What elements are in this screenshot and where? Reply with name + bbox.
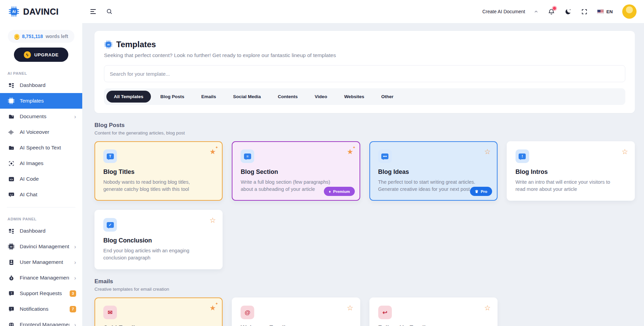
us-flag-icon (597, 10, 604, 14)
template-card-blog-ideas[interactable]: ••• ☆ Blog Ideas The perfect tool to sta… (369, 141, 498, 201)
chat-bubble-dots-icon: ••• (378, 149, 392, 163)
template-category-tabs: All Templates Blog Posts Emails Social M… (104, 88, 625, 105)
code-icon: <> (7, 175, 15, 183)
gem-icon: ♦ (329, 189, 331, 194)
chat-bubble-lines-icon: ≡ (241, 149, 254, 163)
svg-text:AI: AI (10, 246, 13, 248)
search-icon[interactable] (106, 8, 113, 15)
notifications-bell-icon[interactable] (548, 8, 555, 15)
dark-mode-toggle-icon[interactable] (564, 8, 572, 15)
user-avatar[interactable] (622, 4, 637, 19)
favorite-star-icon[interactable]: ☆ (209, 217, 216, 224)
favorite-star-icon[interactable]: ★✦ (347, 148, 353, 155)
favorite-star-icon[interactable]: ☆ (484, 304, 491, 311)
sidebar-section-label: AI PANEL (0, 62, 82, 77)
sidebar-item-frontend-management[interactable]: Frontend Management › (0, 317, 82, 326)
svg-text:♪: ♪ (11, 147, 13, 150)
tab-websites[interactable]: Websites (337, 91, 372, 103)
main-content: AI Templates Seeking that perfect conten… (82, 23, 644, 326)
chevron-right-icon: › (74, 244, 76, 250)
favorite-star-icon[interactable]: ★✦ (209, 148, 216, 155)
sidebar-item-support-requests[interactable]: ? Support Requests 3 (0, 286, 82, 301)
upgrade-label: UPGRADE (34, 52, 59, 57)
sidebar-item-label: Frontend Management (20, 322, 69, 326)
template-card-blog-section[interactable]: ≡ ★✦ Blog Section Write a full blog sect… (232, 141, 360, 201)
ai-chip-icon: AI (7, 97, 15, 105)
template-card-follow-up-email[interactable]: ↩ ☆ Follow-Up Email Create professional … (369, 297, 498, 326)
sidebar-item-label: AI Voiceover (20, 129, 76, 135)
ai-chip-icon: AI (8, 6, 20, 17)
tab-video[interactable]: Video (307, 91, 335, 103)
count-badge: 7 (70, 306, 76, 312)
sidebar-item-dashboard[interactable]: Dashboard (0, 223, 82, 239)
dashboard-grid-icon (7, 227, 15, 235)
template-card-title: Blog Ideas (378, 168, 489, 176)
sidebar: 8,751,118 words left ϟ UPGRADE AI PANEL … (0, 23, 82, 326)
template-card-blog-titles[interactable]: T ★✦ Blog Titles Nobody wants to read bo… (94, 141, 223, 201)
sidebar-item-label: AI Chat (20, 192, 76, 198)
sidebar-item-finance-management[interactable]: $ Finance Management › (0, 270, 82, 286)
envelope-icon: ✉ (103, 306, 117, 319)
favorite-star-icon[interactable]: ☆ (484, 148, 491, 155)
fullscreen-icon[interactable] (581, 8, 588, 15)
template-card-blog-intros[interactable]: ! ☆ Blog Intros Write an intro that will… (507, 141, 635, 201)
sidebar-item-notifications[interactable]: ! Notifications 7 (0, 301, 82, 317)
sidebar-item-label: Dashboard (20, 228, 76, 234)
sidebar-item-ai-chat[interactable]: AI Chat (0, 187, 82, 202)
waveform-icon (7, 128, 15, 136)
sidebar-item-label: Documents (20, 113, 69, 120)
sidebar-item-ai-code[interactable]: <> AI Code (0, 171, 82, 187)
dashboard-grid-icon (7, 82, 15, 89)
sidebar-item-label: User Management (20, 259, 69, 265)
sidebar-item-ai-images[interactable]: AI Images (0, 156, 82, 171)
template-search-input[interactable] (104, 65, 625, 82)
svg-text:AI: AI (12, 10, 16, 14)
premium-badge: ♦Premium (324, 187, 354, 196)
svg-text:AI: AI (107, 43, 110, 46)
chat-bubble-check-icon: ✓ (103, 218, 117, 232)
tab-social-media[interactable]: Social Media (226, 91, 268, 103)
tab-contents[interactable]: Contents (271, 91, 306, 103)
tab-blog-posts[interactable]: Blog Posts (153, 91, 192, 103)
template-card-welcome-email[interactable]: @ ☆ Welcome Email Create welcome emails … (232, 297, 360, 326)
globe-icon (7, 321, 15, 326)
brand-logo[interactable]: AI DAVINCI (0, 6, 82, 17)
sidebar-item-label: Dashboard (20, 82, 76, 88)
crown-icon: ♛ (475, 189, 478, 194)
count-badge: 3 (70, 290, 76, 297)
support-bubble-icon: ? (7, 290, 15, 297)
menu-toggle-icon[interactable] (90, 9, 96, 14)
tab-emails[interactable]: Emails (194, 91, 224, 103)
tab-other[interactable]: Other (374, 91, 401, 103)
template-card-blog-conclusion[interactable]: ✓ ☆ Blog Conclusion End your blog articl… (94, 210, 223, 269)
language-selector[interactable]: EN (597, 9, 613, 14)
lightning-icon: ϟ (24, 51, 31, 58)
sidebar-section-label: ADMIN PANEL (0, 207, 82, 223)
create-ai-document-button[interactable]: Create AI Document (482, 9, 538, 14)
template-card-description: End your blog articles with an engaging … (103, 247, 205, 261)
folder-icon (7, 113, 15, 120)
sidebar-item-ai-speech-to-text[interactable]: ♪ AI Speech to Text (0, 140, 82, 156)
ai-chip-icon: AI (104, 40, 113, 49)
tab-all-templates[interactable]: All Templates (106, 91, 151, 103)
coin-icon (14, 34, 19, 39)
sidebar-item-user-management[interactable]: User Management › (0, 254, 82, 270)
sidebar-item-davinci-management[interactable]: AI Davinci Management › (0, 239, 82, 254)
topbar: AI DAVINCI Create AI Document (0, 0, 644, 23)
sidebar-item-templates[interactable]: AI Templates (0, 93, 82, 109)
favorite-star-icon[interactable]: ☆ (347, 304, 353, 311)
favorite-star-icon[interactable]: ★✦ (209, 304, 216, 311)
sidebar-item-documents[interactable]: Documents › (0, 109, 82, 124)
sidebar-item-label: AI Speech to Text (20, 145, 76, 151)
favorite-star-icon[interactable]: ☆ (622, 148, 628, 155)
chevron-right-icon: › (74, 259, 76, 265)
chevron-right-icon: › (74, 275, 76, 281)
template-section: Blog Posts Content for the generating ar… (94, 122, 635, 269)
template-card-cold-email[interactable]: ✉ ★✦ Cold Email Create professional cold… (94, 297, 223, 326)
upgrade-button[interactable]: ϟ UPGRADE (14, 48, 68, 62)
sidebar-item-dashboard[interactable]: Dashboard (0, 77, 82, 93)
template-card-title: Follow-Up Email (378, 325, 489, 326)
sidebar-item-ai-voiceover[interactable]: AI Voiceover (0, 124, 82, 140)
user-card-icon (7, 258, 15, 266)
template-card-title: Cold Email (103, 325, 214, 326)
